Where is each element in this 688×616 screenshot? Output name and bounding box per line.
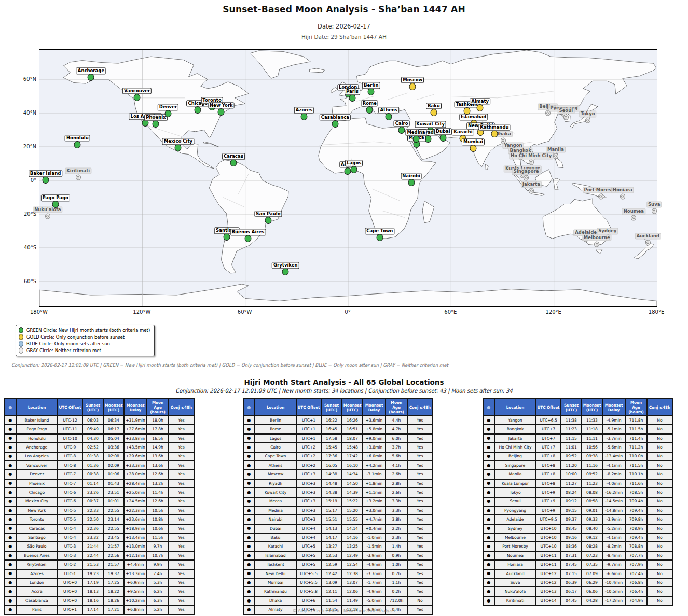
table-cell: 706.8h xyxy=(625,578,647,587)
table-cell: Yes xyxy=(407,542,433,551)
table-cell: 07:45 xyxy=(561,560,582,569)
table-cell: +9.0min xyxy=(363,434,386,443)
table-cell: Athens xyxy=(255,461,296,470)
table-cell: No xyxy=(647,578,672,587)
status-dot: ● xyxy=(5,461,16,470)
city-marker-green xyxy=(439,134,446,142)
table-cell: UTC+7 xyxy=(536,434,561,443)
table-row: ●KathmanduUTC+5.812:1112:06-4.9min0.2hYe… xyxy=(243,587,433,596)
table-cell: 11:16 xyxy=(582,461,602,470)
table-row: ●DubaiUTC+414:1314:14+0.4min2.2hYes xyxy=(243,524,433,533)
table-cell: No xyxy=(647,488,672,497)
table-cell: 11:23 xyxy=(582,479,602,488)
table-cell: UTC+9 xyxy=(536,488,561,497)
table-cell: 1.1h xyxy=(386,578,407,587)
table-cell: 12.6h xyxy=(147,497,169,506)
table-cell: 14:17 xyxy=(321,533,342,542)
table-cell: 709.8h xyxy=(625,515,647,524)
city-label: Cape Town xyxy=(365,228,394,235)
table-cell: Yes xyxy=(169,479,194,488)
table-cell: 22:36 xyxy=(82,524,103,533)
city-marker-gray xyxy=(585,117,590,123)
table-cell: UTC-11 xyxy=(58,425,82,433)
table-row: ●Pago PagoUTC-1105:4906:17+27.6min17.8hY… xyxy=(5,425,194,433)
city-label: Medina xyxy=(405,130,426,136)
table-cell: Yes xyxy=(407,533,433,542)
table-row: ●DhakaUTC+611:5411:49-5.0min712.0hNo xyxy=(243,596,433,605)
table-row: ●VancouverUTC-801:3602:09+33.3min13.6hYe… xyxy=(5,461,194,470)
city-label: Kuwait City xyxy=(415,121,446,128)
status-dot: ● xyxy=(243,452,255,461)
table-row: ●RomeUTC+116:4516:51+5.8min4.7hYes xyxy=(243,425,433,433)
status-dot: ● xyxy=(5,479,16,488)
table-cell: 11:18 xyxy=(582,425,602,433)
city-label: Karachi xyxy=(452,129,474,135)
table-cell: 12:53 xyxy=(321,551,342,560)
table-cell: Yes xyxy=(407,416,433,425)
table-cell: 23:32 xyxy=(82,533,103,542)
table-cell: 17:25 xyxy=(103,578,124,587)
table-cell: 16:26 xyxy=(342,416,363,425)
table-cell: +6.9min xyxy=(124,578,147,587)
table-cell: Yes xyxy=(407,488,433,497)
table-cell: +23.6min xyxy=(124,515,147,524)
table-cell: Yes xyxy=(169,452,194,461)
table-cell: 01:43 xyxy=(103,479,124,488)
table-cell: 13:27 xyxy=(321,542,342,551)
table-cell: 6.3h xyxy=(147,596,169,605)
table-cell: UTC+2 xyxy=(296,452,321,461)
table-cell: 707.4h xyxy=(625,569,647,578)
table-cell: 12:42 xyxy=(321,569,342,578)
table-cell: UTC-2 xyxy=(58,560,82,569)
table-cell: 06:03 xyxy=(82,416,103,425)
city-label: Phoenix xyxy=(144,115,167,121)
column-header: Moon Age (hours) xyxy=(147,399,169,416)
blue-circle-icon xyxy=(19,341,23,347)
table-cell: 11.4h xyxy=(147,488,169,497)
city-label: Manila xyxy=(546,146,566,153)
y-axis-tick-label: 20°S xyxy=(24,211,36,217)
locations-table: ●LocationUTC OffsetSunset (UTC)Moonset (… xyxy=(243,398,433,615)
table-row: ●MoscowUTC+314:3814:34-3.1min2.6hYes xyxy=(243,470,433,479)
table-cell: UTC+1 xyxy=(296,425,321,433)
status-dot: ● xyxy=(483,587,494,596)
table-cell: London xyxy=(16,578,58,587)
table-cell: 12:59 xyxy=(321,560,342,569)
city-marker-gray xyxy=(553,153,558,159)
table-row: ●GrytvikenUTC-221:5321:57+4.4min9.9hYes xyxy=(5,560,194,569)
table-row: ●Nuku'alofaUTC+1306:1706:06-10.5min706.4… xyxy=(483,587,672,596)
table-cell: 10.7h xyxy=(147,551,169,560)
table-cell: Yes xyxy=(407,434,433,443)
table-cell: UTC+3 xyxy=(296,515,321,524)
table-cell: 0.2h xyxy=(386,587,407,596)
table-cell: UTC+5 xyxy=(296,560,321,569)
table-cell: Ho Chi Minh City xyxy=(494,443,536,452)
city-label: Moscow xyxy=(401,77,424,83)
table-cell: -4.0min xyxy=(602,479,625,488)
table-cell: +33.8min xyxy=(124,434,147,443)
table-row: ●LondonUTC+017:1917:25+6.9min5.3hYes xyxy=(5,578,194,587)
table-cell: 16:10 xyxy=(342,461,363,470)
column-header: Moonset Delay xyxy=(363,399,386,416)
table-cell: 712.0h xyxy=(386,596,407,605)
table-cell: Yes xyxy=(169,461,194,470)
city-marker-green xyxy=(218,108,225,116)
table-row: ●KiritimatiUTC+1404:4504:28-17.2min704.9… xyxy=(483,596,672,605)
table-cell: 22:33 xyxy=(82,506,103,515)
table-cell: Yes xyxy=(169,506,194,515)
legend-item: GREEN Circle: New Hijri month starts (bo… xyxy=(19,327,150,333)
table-cell: 17:19 xyxy=(82,578,103,587)
y-axis-tick-label: 0° xyxy=(31,177,36,183)
table-cell: 9.9h xyxy=(147,560,169,569)
city-label: Caracas xyxy=(222,153,245,160)
table-cell: 4.4h xyxy=(386,416,407,425)
status-dot: ● xyxy=(243,578,255,587)
table-cell: 708.8h xyxy=(625,542,647,551)
table-cell: 08:45 xyxy=(561,524,582,533)
table-cell: UTC+2 xyxy=(296,443,321,452)
table-cell: UTC+7 xyxy=(536,443,561,452)
table-cell: Dubai xyxy=(255,524,296,533)
table-cell: 16:45 xyxy=(321,425,342,433)
table-cell: 08:40 xyxy=(582,524,602,533)
table-cell: Yes xyxy=(407,425,433,433)
